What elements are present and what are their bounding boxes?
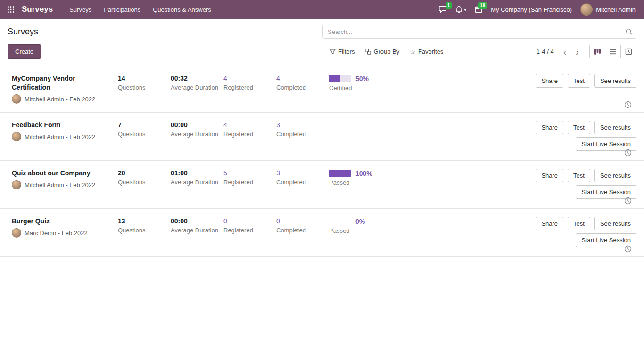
survey-card[interactable]: Feedback Form Mitchell Admin - Feb 2022 … xyxy=(0,113,644,161)
activity-clock-icon[interactable] xyxy=(624,101,632,108)
favorites-button[interactable]: ☆ Favorites xyxy=(410,48,443,55)
share-button[interactable]: Share xyxy=(536,217,563,230)
see-results-button[interactable]: See results xyxy=(594,169,636,182)
app-name[interactable]: Surveys xyxy=(22,5,53,14)
messages-badge: 1 xyxy=(446,2,452,9)
search-input[interactable] xyxy=(322,25,636,39)
survey-title[interactable]: MyCompany Vendor Certification xyxy=(12,74,113,92)
questions-count: 14 xyxy=(118,74,167,83)
group-by-icon xyxy=(365,49,371,55)
list-view-button[interactable] xyxy=(605,45,621,58)
company-switcher[interactable]: My Company (San Francisco) xyxy=(491,6,572,13)
completed-count[interactable]: 3 xyxy=(276,121,325,130)
test-button[interactable]: Test xyxy=(568,217,590,230)
activity-clock-icon[interactable] xyxy=(624,197,632,205)
pager-previous-button[interactable]: ‹ xyxy=(560,47,570,57)
test-button[interactable]: Test xyxy=(568,74,590,88)
duration-label: Average Duration xyxy=(171,178,220,187)
success-percentage[interactable]: 50% xyxy=(355,75,369,82)
survey-title-cell: Feedback Form Mitchell Admin - Feb 2022 xyxy=(12,121,118,141)
success-label: Certified xyxy=(329,83,447,93)
activities-button[interactable]: 18 xyxy=(475,6,482,13)
questions-label: Questions xyxy=(118,226,167,235)
card-actions: Share Test See results Start Live Sessio… xyxy=(536,169,636,199)
survey-title[interactable]: Feedback Form xyxy=(12,121,113,130)
share-button[interactable]: Share xyxy=(536,121,563,134)
duration-label: Average Duration xyxy=(171,226,220,235)
completed-count[interactable]: 0 xyxy=(276,217,325,226)
share-button[interactable]: Share xyxy=(536,169,563,182)
bell-icon xyxy=(455,6,462,13)
completed-label: Completed xyxy=(276,130,325,139)
survey-title-cell: MyCompany Vendor Certification Mitchell … xyxy=(12,74,118,104)
activity-view-button[interactable] xyxy=(620,45,636,58)
favorites-label: Favorites xyxy=(418,48,443,55)
menu-questions-answers[interactable]: Questions & Answers xyxy=(147,0,217,19)
questions-count: 13 xyxy=(118,217,167,226)
user-menu[interactable]: Mitchell Admin xyxy=(580,3,636,16)
completed-label: Completed xyxy=(276,226,325,235)
search-options: Filters Group By ☆ Favorites xyxy=(330,48,443,55)
top-navbar: Surveys Surveys Participations Questions… xyxy=(0,0,644,19)
success-progress-bar xyxy=(329,75,351,82)
search-icon[interactable] xyxy=(625,28,633,37)
user-name: Mitchell Admin xyxy=(596,6,636,13)
test-button[interactable]: Test xyxy=(568,121,590,134)
survey-card[interactable]: MyCompany Vendor Certification Mitchell … xyxy=(0,66,644,113)
menu-surveys[interactable]: Surveys xyxy=(63,0,98,19)
completed-cell: 4 Completed xyxy=(276,74,329,92)
registered-count[interactable]: 4 xyxy=(223,121,272,130)
author-name: Mitchell Admin - Feb 2022 xyxy=(25,133,95,140)
survey-card[interactable]: Quiz about our Company Mitchell Admin - … xyxy=(0,161,644,209)
author-avatar xyxy=(12,94,21,104)
menu-participations[interactable]: Participations xyxy=(98,0,147,19)
notifications-button[interactable]: ▾ xyxy=(455,6,466,13)
survey-list: MyCompany Vendor Certification Mitchell … xyxy=(0,66,644,257)
kanban-view-button[interactable] xyxy=(589,45,605,58)
activity-clock-icon[interactable] xyxy=(624,149,632,156)
registered-count[interactable]: 4 xyxy=(223,74,272,83)
group-by-label: Group By xyxy=(373,48,399,55)
see-results-button[interactable]: See results xyxy=(594,121,636,134)
survey-title[interactable]: Quiz about our Company xyxy=(12,169,113,178)
survey-card[interactable]: Burger Quiz Marc Demo - Feb 2022 13 Ques… xyxy=(0,209,644,257)
share-button[interactable]: Share xyxy=(536,74,563,88)
completed-cell: 0 Completed xyxy=(276,217,329,235)
registered-count[interactable]: 5 xyxy=(223,169,272,178)
filters-button[interactable]: Filters xyxy=(330,48,355,55)
completed-cell: 3 Completed xyxy=(276,121,329,139)
duration-label: Average Duration xyxy=(171,83,220,92)
registered-count[interactable]: 0 xyxy=(223,217,272,226)
test-button[interactable]: Test xyxy=(568,169,590,182)
questions-cell: 7 Questions xyxy=(118,121,171,139)
author-avatar xyxy=(12,132,21,141)
success-percentage[interactable]: 100% xyxy=(355,170,372,177)
duration-cell: 00:00 Average Duration xyxy=(171,121,223,139)
see-results-button[interactable]: See results xyxy=(594,74,636,88)
completed-count[interactable]: 3 xyxy=(276,169,325,178)
messages-button[interactable]: 1 xyxy=(438,6,447,13)
systray: 1 ▾ 18 My Company (San Francisco) Mitche… xyxy=(438,3,640,16)
app-menu: Surveys Participations Questions & Answe… xyxy=(63,0,217,19)
duration-cell: 01:00 Average Duration xyxy=(171,169,223,187)
duration-label: Average Duration xyxy=(171,130,220,139)
apps-menu-icon[interactable] xyxy=(0,0,22,19)
activity-view-icon xyxy=(625,48,632,55)
card-actions: Share Test See results Start Live Sessio… xyxy=(536,217,636,247)
card-actions: Share Test See results xyxy=(536,74,636,88)
activities-badge: 18 xyxy=(478,2,487,9)
card-actions: Share Test See results Start Live Sessio… xyxy=(536,121,636,151)
completed-count[interactable]: 4 xyxy=(276,74,325,83)
see-results-button[interactable]: See results xyxy=(594,217,636,230)
create-button[interactable]: Create xyxy=(8,44,41,59)
group-by-button[interactable]: Group By xyxy=(365,48,399,55)
success-percentage[interactable]: 0% xyxy=(355,218,365,225)
registered-cell: 4 Registered xyxy=(223,121,276,139)
activity-clock-icon[interactable] xyxy=(624,245,632,253)
chevron-down-icon: ▾ xyxy=(464,7,466,12)
pager-next-button[interactable]: › xyxy=(572,47,583,57)
duration-value: 00:00 xyxy=(171,121,220,130)
author-avatar xyxy=(12,228,21,238)
duration-value: 00:32 xyxy=(171,74,220,83)
survey-title[interactable]: Burger Quiz xyxy=(12,217,113,226)
